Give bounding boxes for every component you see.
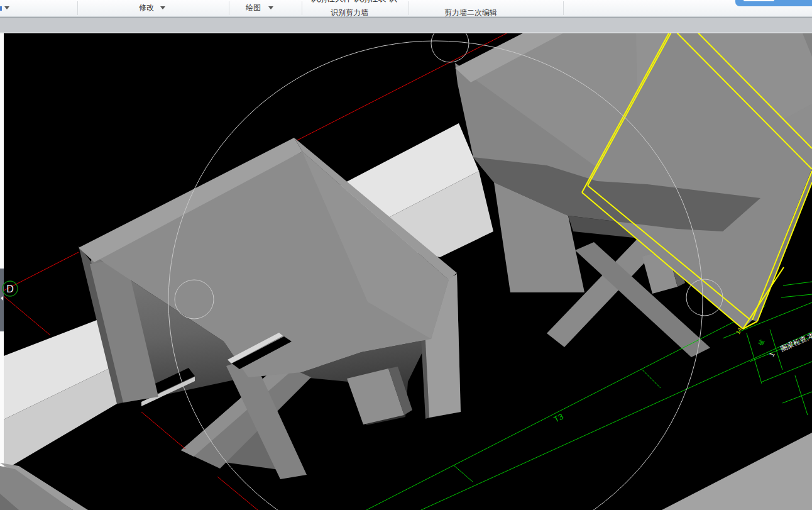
svg-text:D: D (6, 284, 14, 294)
